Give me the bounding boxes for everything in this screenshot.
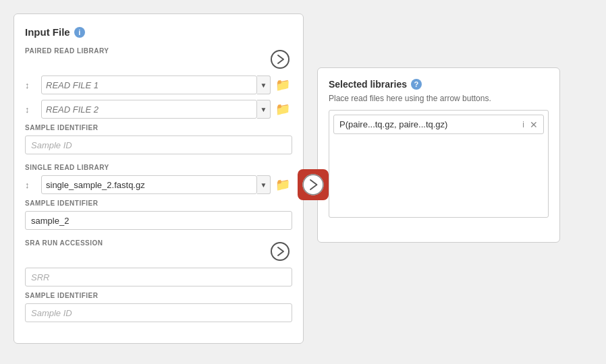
read-file-2-row: ↕ ▼ 📁 xyxy=(25,100,292,119)
paired-read-label: PAIRED READ LIBRARY xyxy=(25,47,109,55)
single-read-section: SINGLE READ LIBRARY ↕ ▼ 📁 SAMPLE IDENTIF… xyxy=(25,164,292,237)
sra-run-arrow-btn[interactable] xyxy=(268,239,292,264)
sort-icon-3: ↕ xyxy=(25,180,37,190)
single-sample-id-label: SAMPLE IDENTIFIER xyxy=(25,200,292,207)
paired-sample-id-label: SAMPLE IDENTIFIER xyxy=(25,124,292,131)
input-file-panel: Input File i PAIRED READ LIBRARY ↕ ▼ 📁 ↕… xyxy=(13,13,304,344)
library-item-close-icon[interactable]: ✕ xyxy=(530,120,538,129)
libraries-info-icon[interactable]: ? xyxy=(411,79,422,90)
read-file-1-input[interactable] xyxy=(41,75,257,94)
libraries-subtitle: Place read files here using the arrow bu… xyxy=(329,94,549,103)
read-file-2-dropdown[interactable]: ▼ xyxy=(257,100,271,119)
sra-run-header: SRA RUN ACCESSION xyxy=(25,239,292,264)
sra-sample-id-input[interactable] xyxy=(25,303,292,322)
svg-point-3 xyxy=(271,243,289,260)
sort-icon-2: ↕ xyxy=(25,104,37,115)
read-file-2-input[interactable] xyxy=(41,100,257,119)
read-file-1-row: ↕ ▼ 📁 xyxy=(25,75,292,94)
library-item: P(paire...tq.gz, paire...tq.gz) i ✕ xyxy=(333,115,544,134)
library-item-text: P(paire...tq.gz, paire...tq.gz) xyxy=(339,119,522,129)
sra-run-input[interactable] xyxy=(25,268,292,286)
sort-icon-1: ↕ xyxy=(25,80,37,90)
paired-read-header: PAIRED READ LIBRARY xyxy=(25,47,292,71)
libraries-title-text: Selected libraries xyxy=(329,79,407,90)
panel-title: Input File i xyxy=(25,26,292,38)
libraries-panel: Selected libraries ? Place read files he… xyxy=(317,67,560,243)
sra-sample-id-label: SAMPLE IDENTIFIER xyxy=(25,292,292,299)
single-read-input[interactable] xyxy=(41,175,257,194)
single-read-arrow-highlighted-btn[interactable] xyxy=(298,169,329,200)
panel-title-text: Input File xyxy=(25,26,70,38)
single-read-folder-btn[interactable]: 📁 xyxy=(273,175,292,194)
svg-point-0 xyxy=(271,51,289,68)
paired-sample-id-input[interactable] xyxy=(25,135,292,154)
paired-read-arrow-btn[interactable] xyxy=(268,47,292,71)
library-item-actions: i ✕ xyxy=(522,120,538,129)
library-item-info-icon[interactable]: i xyxy=(522,120,524,129)
single-sample-id-input[interactable] xyxy=(25,211,292,230)
read-file-1-folder-btn[interactable]: 📁 xyxy=(273,75,292,94)
single-read-field-row: ↕ ▼ 📁 xyxy=(25,175,292,194)
input-file-info-icon[interactable]: i xyxy=(74,27,85,38)
single-read-label: SINGLE READ LIBRARY xyxy=(25,164,292,171)
read-file-1-dropdown[interactable]: ▼ xyxy=(257,75,271,94)
libraries-panel-title: Selected libraries ? xyxy=(329,79,549,90)
single-read-dropdown[interactable]: ▼ xyxy=(257,175,271,194)
sra-run-label: SRA RUN ACCESSION xyxy=(25,239,103,247)
library-list-area: P(paire...tq.gz, paire...tq.gz) i ✕ xyxy=(329,110,549,218)
read-file-2-folder-btn[interactable]: 📁 xyxy=(273,100,292,119)
